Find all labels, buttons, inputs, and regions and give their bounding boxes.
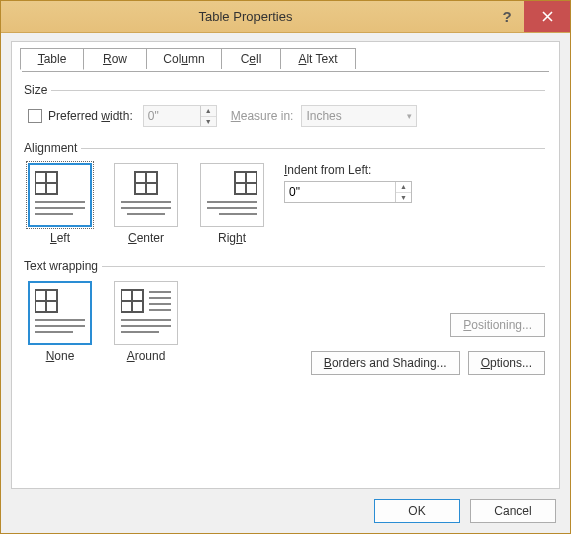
cancel-button[interactable]: Cancel [470,499,556,523]
tabstrip: Table Row Column Cell Alt Text [20,48,559,69]
tab-table[interactable]: Table [20,48,84,70]
wrap-none-label: None [28,349,92,363]
dialog-title: Table Properties [1,9,490,24]
measure-in-dropdown: Inches ▾ [301,105,417,127]
align-right-icon [207,170,257,218]
spin-buttons-indent[interactable]: ▲▼ [395,182,411,202]
indent-spinner[interactable]: ▲▼ [284,181,412,203]
alignment-right[interactable] [200,163,264,227]
wrap-around-label: Around [114,349,178,363]
spin-buttons: ▲▼ [200,106,216,126]
tab-alttext-label: lt Text [306,52,337,66]
tab-cell-label: ll [256,52,261,66]
measure-in-label: Measure in: [231,109,294,123]
wrap-legend: Text wrapping [24,259,102,273]
borders-shading-button[interactable]: Borders and Shading... [311,351,460,375]
tab-column[interactable]: Column [146,48,222,69]
alignment-left[interactable] [28,163,92,227]
size-legend: Size [24,83,51,97]
tab-alttext[interactable]: Alt Text [280,48,356,69]
ok-button[interactable]: OK [374,499,460,523]
wrap-none[interactable] [28,281,92,345]
align-left-icon [35,170,85,218]
alignment-right-label: Right [200,231,264,245]
close-button[interactable] [524,1,570,32]
help-button[interactable]: ? [490,1,524,32]
positioning-button: Positioning... [450,313,545,337]
close-icon [542,11,553,22]
wrap-none-icon [35,288,85,336]
alignment-center-label: Center [114,231,178,245]
alignment-center[interactable] [114,163,178,227]
tab-cell[interactable]: Cell [221,48,281,69]
alignment-group: Alignment [26,141,545,249]
indent-label: Indent from Left: [284,163,412,177]
preferred-width-input [144,106,200,126]
alignment-left-label: Left [28,231,92,245]
dialog-window: Table Properties ? Table Row Column Cell… [0,0,571,534]
preferred-width-label: Preferred width: [48,109,133,123]
wrap-around[interactable] [114,281,178,345]
tab-row[interactable]: Row [83,48,147,69]
tab-row-label: ow [112,52,127,66]
options-button[interactable]: Options... [468,351,545,375]
indent-input[interactable] [285,182,395,202]
titlebar: Table Properties ? [1,1,570,33]
size-group: Size Preferred width: ▲▼ Measure in: [26,83,545,131]
tab-content: Size Preferred width: ▲▼ Measure in: [12,69,559,387]
chevron-down-icon: ▾ [407,111,412,121]
preferred-width-spinner: ▲▼ [143,105,217,127]
tab-table-label: able [44,52,67,66]
tab-column-label: mn [188,52,205,66]
measure-in-value: Inches [306,109,341,123]
alignment-legend: Alignment [24,141,81,155]
dialog-panel: Table Row Column Cell Alt Text Size Pref… [11,41,560,489]
align-center-icon [121,170,171,218]
preferred-width-checkbox[interactable] [28,109,42,123]
wrap-around-icon [121,288,171,336]
titlebar-buttons: ? [490,1,570,32]
